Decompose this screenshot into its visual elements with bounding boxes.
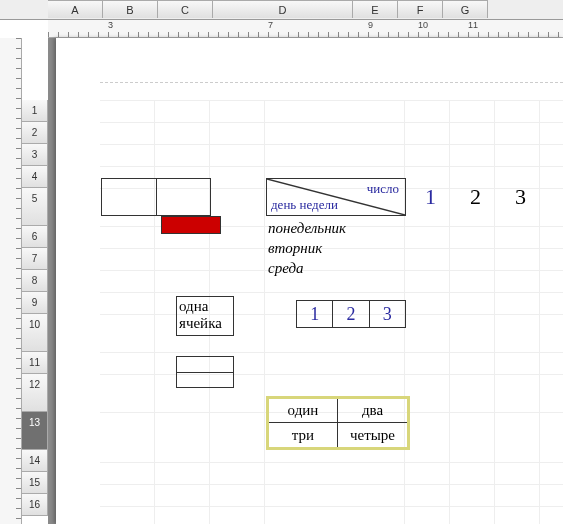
- header-numbers: 1 2 3: [408, 178, 543, 216]
- weekday-item[interactable]: вторник: [268, 238, 346, 258]
- row-head-4[interactable]: 4: [22, 166, 48, 188]
- table-2col-empty[interactable]: [101, 178, 211, 216]
- table-2x2-selected[interactable]: один два три четыре: [268, 398, 408, 448]
- single-cell-table[interactable]: одна ячейка: [176, 296, 234, 336]
- row-head-11[interactable]: 11: [22, 352, 48, 374]
- cell-num[interactable]: 1: [408, 178, 453, 216]
- vertical-ruler: [0, 38, 22, 524]
- col-head-c[interactable]: C: [158, 0, 213, 18]
- ruler-mark: 11: [468, 20, 478, 30]
- row-head-3[interactable]: 3: [22, 144, 48, 166]
- col-head-f[interactable]: F: [398, 0, 443, 18]
- weekday-list: понедельник вторник среда: [268, 218, 346, 278]
- table-cell[interactable]: один: [269, 399, 338, 423]
- row-head-5[interactable]: 5: [22, 188, 48, 226]
- table-cell[interactable]: [102, 179, 157, 215]
- col-head-e[interactable]: E: [353, 0, 398, 18]
- table-cell[interactable]: 1: [297, 301, 333, 327]
- page-background: число день недели 1 2 3 понедельник втор…: [48, 38, 563, 524]
- table-diagonal-header[interactable]: число день недели: [266, 178, 406, 216]
- weekday-item[interactable]: понедельник: [268, 218, 346, 238]
- margin-guide: [100, 82, 563, 83]
- weekday-item[interactable]: среда: [268, 258, 346, 278]
- ruler-mark: 3: [108, 20, 113, 30]
- table-cell[interactable]: четыре: [338, 423, 407, 447]
- page[interactable]: число день недели 1 2 3 понедельник втор…: [56, 38, 563, 524]
- col-head-g[interactable]: G: [443, 0, 488, 18]
- row-head-8[interactable]: 8: [22, 270, 48, 292]
- row-head-6[interactable]: 6: [22, 226, 48, 248]
- cell-num[interactable]: 3: [498, 178, 543, 216]
- col-head-d[interactable]: D: [213, 0, 353, 18]
- col-head-b[interactable]: B: [103, 0, 158, 18]
- row-head-7[interactable]: 7: [22, 248, 48, 270]
- diag-label-top: число: [367, 181, 399, 197]
- table-1x3[interactable]: 1 2 3: [296, 300, 406, 328]
- app-viewport: A B C D E F G 3 7 9 10 11 1 2 3 4 5 6 7 …: [0, 0, 563, 524]
- ruler-mark: 7: [268, 20, 273, 30]
- row-head-2[interactable]: 2: [22, 122, 48, 144]
- table-cell[interactable]: 2: [333, 301, 369, 327]
- cell-num[interactable]: 2: [453, 178, 498, 216]
- row-head-12[interactable]: 12: [22, 374, 48, 412]
- row-head-16[interactable]: 16: [22, 494, 48, 516]
- row-head-10[interactable]: 10: [22, 314, 48, 352]
- row-head-15[interactable]: 15: [22, 472, 48, 494]
- column-headers: A B C D E F G: [48, 0, 563, 20]
- row-head-9[interactable]: 9: [22, 292, 48, 314]
- table-cell[interactable]: [157, 179, 211, 215]
- row-headers: 1 2 3 4 5 6 7 8 9 10 11 12 13 14 15 16: [22, 100, 48, 516]
- ruler-mark: 9: [368, 20, 373, 30]
- red-cell[interactable]: [161, 216, 221, 234]
- ruler-mark: 10: [418, 20, 428, 30]
- table-cell[interactable]: 3: [370, 301, 405, 327]
- row-head-1[interactable]: 1: [22, 100, 48, 122]
- diag-label-bottom: день недели: [271, 197, 338, 213]
- table-cell[interactable]: два: [338, 399, 407, 423]
- table-2row-empty[interactable]: [176, 356, 234, 388]
- row-head-14[interactable]: 14: [22, 450, 48, 472]
- horizontal-ruler: 3 7 9 10 11: [48, 20, 563, 38]
- table-cell[interactable]: три: [269, 423, 338, 447]
- row-head-13[interactable]: 13: [22, 412, 48, 450]
- col-head-a[interactable]: A: [48, 0, 103, 18]
